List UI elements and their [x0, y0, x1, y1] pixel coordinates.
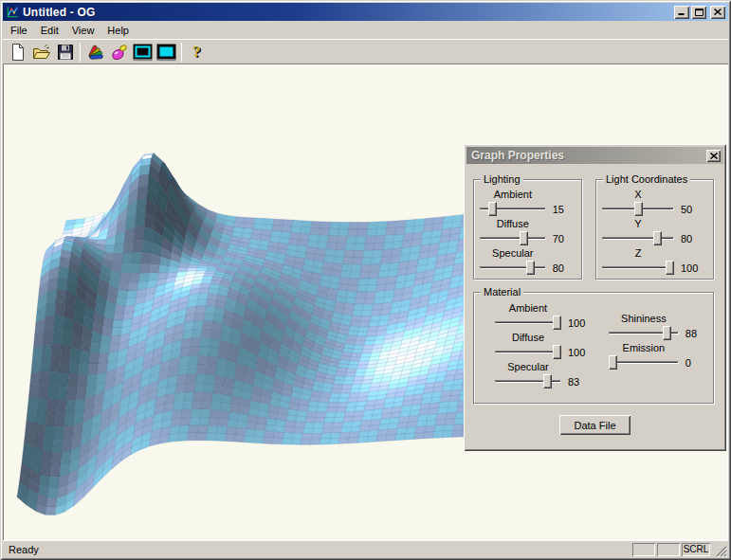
lighting-group: Lighting Ambient15Diffuse70Specular80	[473, 179, 582, 280]
slider-track[interactable]	[495, 351, 561, 353]
ambient-slider-label: Ambient	[495, 302, 561, 315]
menu-view[interactable]: View	[65, 23, 101, 39]
emission-slider[interactable]	[609, 354, 679, 370]
help-button[interactable]: ? ?	[185, 41, 209, 63]
material-group: Material Ambient100Diffuse100Specular83 …	[473, 292, 714, 404]
maximize-icon	[695, 9, 704, 16]
shininess-slider-label: Shininess	[609, 313, 679, 325]
slider-track[interactable]	[609, 361, 679, 364]
y-slider[interactable]	[602, 230, 674, 246]
ambient-slider[interactable]	[480, 201, 546, 217]
diffuse-slider-thumb[interactable]	[520, 231, 528, 245]
diffuse-slider-row: Diffuse70	[480, 218, 577, 246]
window-controls	[674, 6, 725, 19]
status-message: Ready	[3, 543, 632, 555]
color-fan-icon	[86, 43, 105, 62]
menu-edit[interactable]: Edit	[34, 23, 65, 39]
minimize-icon	[678, 9, 685, 15]
menu-help[interactable]: Help	[101, 23, 136, 39]
ambient-slider-value: 15	[553, 204, 577, 217]
scroll-indicator: SCRL	[682, 543, 710, 556]
title-bar[interactable]: Untitled - OG	[3, 3, 728, 21]
dialog-close-button[interactable]	[706, 150, 721, 162]
emission-slider-label: Emission	[609, 342, 679, 354]
ambient-slider-thumb[interactable]	[553, 316, 561, 330]
spray-paint-icon	[110, 43, 129, 62]
diffuse-slider[interactable]	[480, 230, 546, 246]
data-file-button-label: Data File	[574, 420, 615, 431]
diffuse-slider-thumb[interactable]	[553, 345, 561, 359]
ambient-slider-row: Ambient100	[495, 302, 609, 331]
specular-slider-row: Specular83	[495, 361, 609, 389]
save-button[interactable]	[53, 41, 77, 63]
emission-slider-thumb[interactable]	[609, 355, 617, 370]
x-slider[interactable]	[602, 201, 674, 217]
slider-track[interactable]	[480, 237, 546, 240]
menu-bar: File Edit View Help	[3, 22, 728, 39]
ambient-slider-row: Ambient15	[480, 189, 577, 217]
x-slider-value: 50	[681, 204, 707, 217]
material-group-label: Material	[481, 286, 523, 298]
toolbar: ? ?	[3, 39, 728, 63]
shininess-slider-row: Shininess88	[609, 313, 711, 341]
shininess-slider[interactable]	[609, 325, 679, 341]
caps-indicator	[632, 543, 655, 556]
ambient-slider-thumb[interactable]	[488, 202, 497, 216]
diffuse-slider[interactable]	[495, 344, 561, 360]
z-slider-thumb[interactable]	[666, 261, 674, 275]
specular-slider-value: 83	[568, 376, 594, 389]
minimize-button[interactable]	[674, 6, 689, 19]
monitor-outline-icon	[133, 43, 153, 62]
resize-grip[interactable]	[714, 544, 727, 557]
color-fan-button[interactable]	[83, 41, 107, 63]
y-slider-thumb[interactable]	[653, 231, 662, 245]
menu-file[interactable]: File	[4, 23, 34, 39]
diffuse-slider-label: Diffuse	[480, 218, 546, 230]
new-button[interactable]	[6, 41, 29, 63]
z-slider-row: Z100	[602, 247, 709, 276]
diffuse-slider-value: 100	[568, 347, 594, 360]
y-slider-row: Y80	[602, 218, 709, 246]
monitor-filled-icon	[156, 43, 176, 62]
data-file-button[interactable]: Data File	[559, 415, 630, 435]
diffuse-slider-label: Diffuse	[495, 332, 561, 344]
specular-slider-value: 80	[553, 262, 577, 276]
x-slider-thumb[interactable]	[634, 202, 643, 216]
light-coordinates-group: Light Coordinates X50Y80Z100	[595, 179, 714, 280]
specular-slider[interactable]	[480, 260, 546, 276]
slider-track[interactable]	[602, 237, 674, 240]
spray-button[interactable]	[107, 41, 131, 63]
specular-slider-thumb[interactable]	[543, 374, 552, 388]
dialog-title-bar[interactable]: Graph Properties	[466, 147, 723, 164]
open-button[interactable]	[29, 41, 53, 63]
svg-text:?: ?	[192, 43, 201, 61]
window-title: Untitled - OG	[23, 6, 674, 19]
close-button[interactable]	[710, 6, 725, 19]
slider-track[interactable]	[495, 321, 561, 324]
y-slider-value: 80	[681, 233, 707, 246]
specular-slider[interactable]	[495, 373, 561, 389]
save-floppy-icon	[56, 43, 75, 62]
specular-slider-thumb[interactable]	[526, 261, 535, 275]
app-icon	[6, 5, 20, 19]
x-slider-row: X50	[602, 189, 709, 217]
num-indicator	[657, 543, 680, 556]
view-solid-button[interactable]	[155, 41, 178, 63]
slider-track[interactable]	[480, 266, 546, 269]
specular-slider-label: Specular	[495, 361, 561, 373]
new-document-icon	[9, 43, 27, 62]
ambient-slider[interactable]	[495, 315, 561, 331]
view-wireframe-button[interactable]	[131, 41, 155, 63]
shininess-slider-thumb[interactable]	[663, 326, 671, 340]
app-window: Untitled - OG File Edit View Help	[0, 0, 731, 560]
emission-slider-row: Emission0	[609, 342, 711, 370]
y-slider-label: Y	[602, 218, 674, 230]
toolbar-separator	[181, 43, 182, 62]
slider-track[interactable]	[602, 266, 674, 269]
close-icon	[714, 9, 722, 15]
dialog-title: Graph Properties	[471, 149, 706, 162]
z-slider[interactable]	[602, 260, 674, 276]
ambient-slider-value: 100	[568, 317, 594, 331]
specular-slider-row: Specular80	[480, 247, 577, 276]
maximize-button[interactable]	[691, 6, 706, 19]
